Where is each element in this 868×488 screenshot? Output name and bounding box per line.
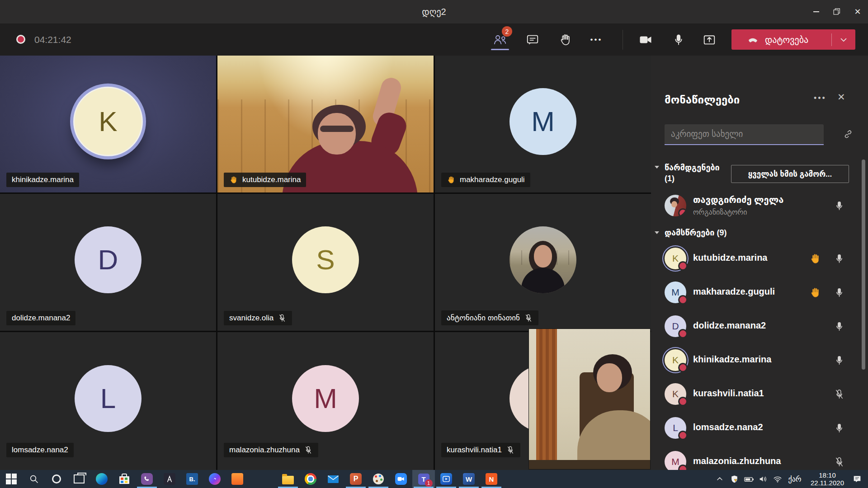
more-actions-button[interactable]: ••• [588,31,605,48]
start-button[interactable] [0,470,23,488]
participant-row[interactable]: K kutubidze.marina [651,242,868,276]
powerpoint-icon: P [350,473,362,485]
share-screen-icon [703,33,716,47]
camera-icon [639,33,652,47]
mic-button[interactable] [670,31,687,48]
participant-name-label: dolidze.manana2 [6,311,75,325]
participant-name: თავდგირიძე ლელა [693,194,783,205]
taskbar-word[interactable]: W [458,470,480,488]
taskbar-nitro[interactable]: N [480,470,503,488]
avatar-initial: K [672,355,679,366]
defender-shield-icon[interactable] [728,470,741,488]
video-tile[interactable]: kutubidze.marina [217,56,434,192]
share-invite-link-icon[interactable] [843,129,854,140]
raise-hand-button[interactable] [557,31,574,48]
video-tile[interactable]: L lomsadze.nana2 [0,332,216,470]
taskbar-teams[interactable]: T 1 [412,470,435,488]
mic-muted-icon [506,446,515,455]
mic-icon[interactable] [834,422,845,434]
participant-row[interactable]: D dolidze.manana2 [651,310,868,343]
video-tile[interactable]: K khinikadze.marina [0,56,216,192]
windows-logo-icon [6,474,17,484]
avatar-initial: K [672,389,679,399]
participant-row[interactable]: M makharadze.guguli [651,276,868,310]
taskbar-edge[interactable] [90,470,113,488]
taskbar-bank-app[interactable]: B. [181,470,203,488]
mic-icon[interactable] [834,253,845,264]
chat-button[interactable] [524,31,541,48]
participant-row[interactable]: K kurashvili.natia1 [651,377,868,411]
panel-title: მონაწილეები [665,94,740,106]
taskbar-viber[interactable] [136,470,158,488]
taskbar-unknown-app[interactable] [226,470,249,488]
toolbar-divider [623,30,623,50]
mic-icon[interactable] [834,287,845,298]
taskbar-file-explorer[interactable] [277,470,299,488]
leave-options-button[interactable] [832,35,855,45]
search-input[interactable] [665,124,824,145]
taskbar-chrome[interactable] [299,470,322,488]
participant-row[interactable]: K khinikadze.marina [651,343,868,377]
taskbar-apps: B. P [0,470,503,488]
video-tile[interactable]: M makharadze.guguli [435,56,651,192]
chevron-down-icon [655,231,659,234]
video-tile[interactable]: S svanidze.olia [217,194,434,331]
panel-more-button[interactable]: ••• [814,94,826,103]
organizer-row[interactable]: თავდგირიძე ლელა ორგანიზატორი [651,189,868,223]
nitro-pdf-icon: N [486,473,497,485]
presence-busy-icon [678,261,688,271]
task-view-button[interactable] [68,470,90,488]
avatar: K [665,248,686,269]
mic-muted-icon[interactable] [834,389,845,400]
language-indicator[interactable]: ქარ [786,470,804,488]
restore-button[interactable] [826,0,847,23]
mic-muted-icon[interactable] [834,456,845,468]
mic-icon[interactable] [834,355,845,366]
taskbar-paint[interactable] [367,470,390,488]
avatar: S [292,226,359,293]
attendees-section-header[interactable]: დამსწრეები (9) [655,227,726,238]
participant-row[interactable]: L lomsadze.nana2 [651,411,868,445]
cortana-button[interactable] [45,470,68,488]
mic-icon[interactable] [834,200,845,211]
microsoft-store-icon [119,476,129,484]
taskbar-mail[interactable] [322,470,344,488]
camera-button[interactable] [637,31,654,48]
taskbar-search-button[interactable] [23,470,45,488]
raised-hand-icon [809,253,821,265]
participants-panel: მონაწილეები ••• ✕ წარმდგენები (1) ყველას… [651,56,868,470]
close-button[interactable]: ✕ [847,0,868,23]
tray-expand-button[interactable] [713,470,726,488]
mute-all-button[interactable]: ყველას ხმის გამორ... [731,165,849,183]
action-center-button[interactable] [851,470,863,488]
taskbar-zoom[interactable] [390,470,412,488]
avatar: K [665,383,686,405]
presenters-section-header[interactable]: წარმდგენები (1) [655,162,722,184]
unknown-app-icon [231,473,243,485]
taskbar-acrobat[interactable] [158,470,181,488]
search-icon [28,474,39,484]
participant-row[interactable]: M malazonia.zhuzhuna [651,445,868,470]
video-tile[interactable]: ანტონიანი თინათინ [435,194,651,331]
taskbar-messenger[interactable] [203,470,226,488]
presenters-label: წარმდგენები (1) [665,162,722,184]
avatar: K [665,349,686,371]
hang-up-icon [747,34,759,46]
share-screen-button[interactable] [701,31,718,48]
taskbar-store[interactable] [113,470,136,488]
minimize-button[interactable] [806,0,826,23]
taskbar-clock[interactable]: 18:10 22.11.2020 [806,471,849,487]
mic-icon[interactable] [834,321,845,332]
leave-button[interactable]: დატოვება [731,29,855,50]
self-view-video[interactable] [529,329,650,469]
panel-close-button[interactable]: ✕ [837,92,845,103]
wifi-icon[interactable] [771,470,784,488]
taskbar-films[interactable] [435,470,458,488]
volume-icon[interactable] [757,470,769,488]
battery-icon[interactable] [742,470,755,488]
bank-app-icon: B. [186,473,198,485]
video-tile[interactable]: D dolidze.manana2 [0,194,216,331]
video-tile[interactable]: M malazonia.zhuzhuna [217,332,434,470]
taskbar-powerpoint[interactable]: P [344,470,367,488]
scrollbar-thumb[interactable] [862,160,865,370]
